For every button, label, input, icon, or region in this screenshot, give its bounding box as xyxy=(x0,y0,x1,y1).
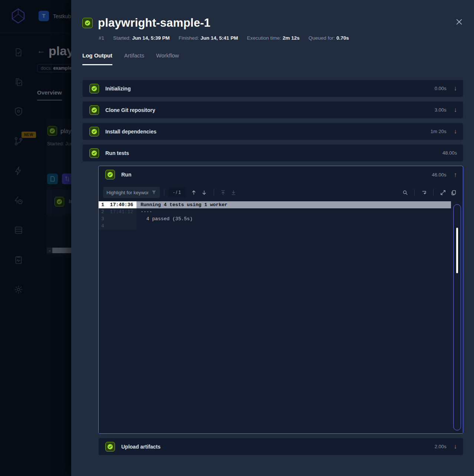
run-step-header[interactable]: Run 46.00s ↑ xyxy=(99,166,463,184)
line-text: Running 4 tests using 1 worker xyxy=(136,201,451,208)
keyword-highlight-field[interactable] xyxy=(103,187,160,198)
tab-artifacts[interactable]: Artifacts xyxy=(124,52,144,65)
line-text: ···· xyxy=(136,208,451,215)
vertical-scrollbar[interactable] xyxy=(453,204,461,430)
drawer-header: playwright-sample-1 #1 Started:Jun 14, 5… xyxy=(71,0,474,41)
chevron-down-icon[interactable]: ↓ xyxy=(454,85,457,92)
next-match-icon[interactable] xyxy=(199,187,210,198)
execution-meta: #1 Started:Jun 14, 5:39 PM Finished:Jun … xyxy=(99,35,448,41)
log-line[interactable]: 3 4 passed (35.5s) xyxy=(99,215,463,222)
execution-number: #1 xyxy=(99,35,104,41)
step-label: Initializing xyxy=(105,86,131,92)
log-toolbar: - / 1 xyxy=(99,184,463,201)
meta-finished: Finished:Jun 14, 5:41 PM xyxy=(179,35,238,41)
line-timestamp xyxy=(108,222,136,229)
previous-match-icon[interactable] xyxy=(189,187,199,198)
line-text xyxy=(136,222,451,229)
search-match-counter: - / 1 xyxy=(168,188,186,197)
step-duration: 3.00s xyxy=(435,107,447,113)
step-label: Upload artifacts xyxy=(121,444,161,450)
step-duration: 1m 20s xyxy=(431,129,447,134)
log-line[interactable]: 4 xyxy=(99,222,463,229)
keyword-input[interactable] xyxy=(106,190,148,195)
chevron-down-icon[interactable]: ↓ xyxy=(454,128,457,135)
drawer-tabs: Log Output Artifacts Workflow xyxy=(71,52,474,65)
fullscreen-expand-icon[interactable] xyxy=(438,187,448,198)
chevron-up-icon[interactable]: ↑ xyxy=(454,172,457,178)
toolbar-divider xyxy=(214,189,214,196)
status-passed-icon xyxy=(89,127,99,136)
chevron-down-icon[interactable]: ↓ xyxy=(454,107,457,113)
line-timestamp xyxy=(108,215,136,222)
page-title: playwright-sample-1 xyxy=(98,16,211,30)
line-text: 4 passed (35.5s) xyxy=(136,215,451,222)
step-row-install-deps[interactable]: Install dependencies 1m 20s ↓ xyxy=(82,123,463,140)
step-label: Install dependencies xyxy=(105,129,157,135)
meta-started: Started:Jun 14, 5:39 PM xyxy=(113,35,170,41)
step-duration: 48.00s xyxy=(442,150,457,156)
step-duration: 2.00s xyxy=(435,444,447,449)
steps-list: Initializing 0.00s ↓ Clone Git repositor… xyxy=(82,80,463,455)
log-line[interactable]: 1 17:40:36 Running 4 tests using 1 worke… xyxy=(99,201,463,208)
toolbar-divider xyxy=(164,189,164,196)
run-step-expanded: Run 46.00s ↑ - / 1 xyxy=(98,166,463,434)
step-label: Run xyxy=(121,172,131,178)
step-row-initializing[interactable]: Initializing 0.00s ↓ xyxy=(82,80,463,97)
line-number[interactable]: 1 xyxy=(99,201,108,208)
close-icon[interactable] xyxy=(455,18,463,26)
status-passed-icon xyxy=(105,170,115,179)
meta-queued: Queued for:0.70s xyxy=(309,35,349,41)
step-label: Clone Git repository xyxy=(105,107,155,113)
line-number[interactable]: 4 xyxy=(99,222,108,229)
copy-icon[interactable] xyxy=(448,187,458,198)
tab-log-output[interactable]: Log Output xyxy=(82,52,112,65)
scroll-to-top-icon[interactable] xyxy=(218,187,228,198)
chevron-down-icon[interactable]: ↓ xyxy=(454,443,457,450)
toolbar-divider xyxy=(414,189,415,196)
step-row-run-tests[interactable]: Run tests 48.00s xyxy=(82,144,463,162)
step-row-upload-artifacts[interactable]: Upload artifacts 2.00s ↓ xyxy=(98,438,463,455)
execution-drawer: playwright-sample-1 #1 Started:Jun 14, 5… xyxy=(71,0,474,476)
status-passed-icon xyxy=(89,84,99,93)
log-line[interactable]: 2 17:41:12 ···· xyxy=(99,208,463,215)
scroll-to-bottom-icon[interactable] xyxy=(228,187,239,198)
step-duration: 0.00s xyxy=(435,86,447,91)
step-duration: 46.00s xyxy=(432,172,446,178)
status-passed-icon xyxy=(89,105,99,115)
step-row-clone-git[interactable]: Clone Git repository 3.00s ↓ xyxy=(82,101,463,119)
modal-dim-overlay[interactable] xyxy=(0,0,71,476)
status-passed-icon xyxy=(105,442,115,452)
search-icon[interactable] xyxy=(400,187,410,198)
status-passed-icon xyxy=(89,148,99,158)
line-number[interactable]: 2 xyxy=(99,208,108,215)
step-label: Run tests xyxy=(105,150,129,156)
line-timestamp: 17:40:36 xyxy=(108,201,136,208)
word-wrap-icon[interactable] xyxy=(419,187,429,198)
toolbar-divider xyxy=(433,189,434,196)
scrollbar-thumb[interactable] xyxy=(456,228,458,273)
log-output-area[interactable]: 1 17:40:36 Running 4 tests using 1 worke… xyxy=(99,201,463,433)
meta-execution-time: Execution time:2m 12s xyxy=(247,35,300,41)
filter-funnel-icon xyxy=(151,190,157,195)
line-timestamp: 17:41:12 xyxy=(108,208,136,215)
status-passed-icon xyxy=(82,18,93,28)
line-number[interactable]: 3 xyxy=(99,215,108,222)
tab-workflow[interactable]: Workflow xyxy=(156,52,179,65)
